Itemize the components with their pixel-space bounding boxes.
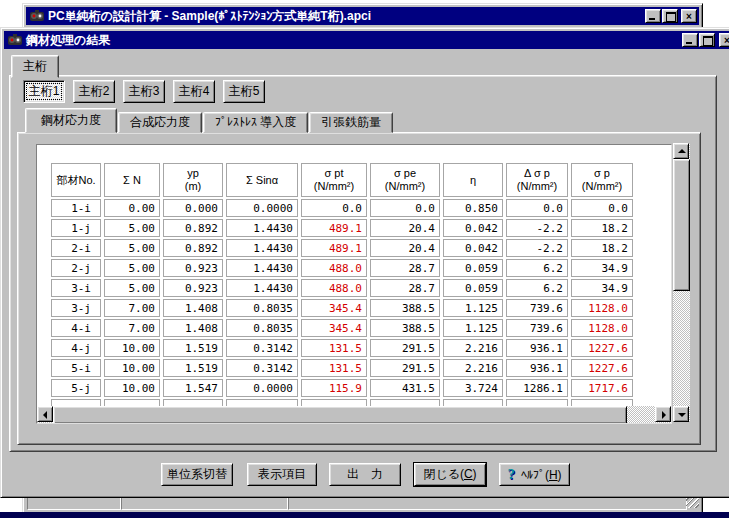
tab-result-1[interactable]: 鋼材応力度: [25, 108, 117, 133]
value-cell: 1.4430: [226, 239, 298, 257]
member-no-cell: 3-i: [51, 279, 101, 297]
value-cell: 1286.1: [506, 379, 568, 397]
value-cell: 0.0000: [226, 199, 298, 217]
value-cell: 1227.6: [571, 339, 633, 357]
dialog-title: 鋼材処理の結果: [26, 32, 110, 49]
table-row: 1-i0.000.0000.00000.00.00.8500.00.0: [51, 199, 633, 217]
unit-switch-button[interactable]: 単位系切替: [161, 463, 233, 486]
value-cell: 1.519: [163, 359, 223, 377]
value-cell: -2.2: [506, 219, 568, 237]
dialog-maximize-button[interactable]: [699, 33, 715, 47]
output-label: 出 力: [347, 466, 383, 483]
close-icon: ×: [686, 11, 692, 22]
value-cell: 1.125: [443, 299, 503, 317]
value-cell: 0.0: [301, 199, 367, 217]
value-cell: 6.2: [506, 279, 568, 297]
maximize-icon: [703, 36, 713, 46]
value-cell: 1227.6: [571, 359, 633, 377]
horizontal-scrollbar[interactable]: [37, 406, 671, 423]
value-cell: 489.1: [301, 239, 367, 257]
arrow-right-icon: [662, 411, 666, 419]
close-button[interactable]: ×: [681, 9, 697, 23]
tab-result-4[interactable]: 引張鉄筋量: [309, 112, 393, 133]
value-cell: 1128.0: [571, 299, 633, 317]
column-header: Σ N: [104, 163, 160, 197]
dialog-close-button[interactable]: ×: [719, 33, 729, 47]
scroll-right-button[interactable]: [655, 406, 671, 422]
column-header: Σ Sinα: [226, 163, 298, 197]
value-cell: 388.5: [370, 319, 440, 337]
value-cell: 3.724: [443, 379, 503, 397]
scroll-up-button[interactable]: [673, 143, 689, 159]
maximize-icon: [666, 12, 676, 22]
girder-button-1[interactable]: 主桁1: [23, 80, 65, 103]
value-cell: 115.9: [301, 379, 367, 397]
vertical-scrollbar-thumb[interactable]: [673, 159, 690, 291]
close-dialog-button[interactable]: 閉じる(C): [414, 463, 486, 486]
value-cell: 1.4430: [226, 259, 298, 277]
member-no-cell: 5-j: [51, 379, 101, 397]
vertical-scrollbar[interactable]: [673, 143, 690, 422]
table-row: 1-j5.000.8921.4430489.120.40.042-2.218.2: [51, 219, 633, 237]
value-cell: 0.042: [443, 219, 503, 237]
value-cell: 0.042: [443, 239, 503, 257]
girder-button-row: 主桁1主桁2主桁3主桁4主桁5: [23, 80, 265, 103]
display-items-button[interactable]: 表示項目: [247, 463, 317, 486]
value-cell: 1.125: [443, 319, 503, 337]
column-header: η: [443, 163, 503, 197]
value-cell: 345.4: [301, 299, 367, 317]
dialog-icon: [7, 33, 23, 47]
value-cell: 739.6: [506, 319, 568, 337]
value-cell: 291.5: [370, 339, 440, 357]
girder-button-3[interactable]: 主桁3: [123, 80, 165, 103]
value-cell: 1128.0: [571, 319, 633, 337]
minimize-icon: [649, 18, 655, 20]
girder-button-4[interactable]: 主桁4: [173, 80, 215, 103]
tab-result-2[interactable]: 合成応力度: [118, 112, 202, 133]
minimize-button[interactable]: [645, 9, 661, 23]
girder-button-2[interactable]: 主桁2: [73, 80, 115, 103]
dialog-minimize-button[interactable]: [682, 33, 698, 47]
value-cell: 1.4430: [226, 279, 298, 297]
tab-result-3[interactable]: ﾌﾟﾚｽﾄﾚｽ 導入度: [203, 112, 308, 133]
member-no-cell: 4-j: [51, 339, 101, 357]
display-items-label: 表示項目: [258, 466, 306, 483]
member-no-cell: 2-i: [51, 239, 101, 257]
column-header: Δ σ p (N/mm²): [506, 163, 568, 197]
tab-girder[interactable]: 主桁: [11, 55, 59, 78]
value-cell: 0.923: [163, 259, 223, 277]
value-cell: 7.00: [104, 319, 160, 337]
table-row: 3-i5.000.9231.4430488.028.70.0596.234.9: [51, 279, 633, 297]
value-cell: 739.6: [506, 299, 568, 317]
value-cell: 0.8035: [226, 319, 298, 337]
value-cell: 0.892: [163, 239, 223, 257]
value-cell: 20.4: [370, 239, 440, 257]
value-cell: 34.9: [571, 259, 633, 277]
table-row: 2-i5.000.8921.4430489.120.40.042-2.218.2: [51, 239, 633, 257]
value-cell: 10.00: [104, 339, 160, 357]
value-cell: 0.059: [443, 279, 503, 297]
value-cell: 1.519: [163, 339, 223, 357]
value-cell: 0.00: [104, 199, 160, 217]
maximize-button[interactable]: [662, 9, 678, 23]
value-cell: -2.2: [506, 239, 568, 257]
arrow-left-icon: [43, 411, 47, 419]
value-cell: 488.0: [301, 259, 367, 277]
table-row: 2-j5.000.9231.4430488.028.70.0596.234.9: [51, 259, 633, 277]
value-cell: 131.5: [301, 339, 367, 357]
output-button[interactable]: 出 力: [329, 463, 401, 486]
scroll-down-button[interactable]: [673, 406, 689, 422]
girder-button-5[interactable]: 主桁5: [223, 80, 265, 103]
value-cell: 1.547: [163, 379, 223, 397]
value-cell: 5.00: [104, 239, 160, 257]
scroll-left-button[interactable]: [37, 406, 53, 422]
help-button[interactable]: ? ﾍﾙﾌﾟ(H): [499, 463, 570, 486]
value-cell: 20.4: [370, 219, 440, 237]
table-row: 5-j10.001.5470.0000115.9431.53.7241286.1…: [51, 379, 633, 397]
column-header: σ pt (N/mm²): [301, 163, 367, 197]
value-cell: 28.7: [370, 279, 440, 297]
value-cell: 7.00: [104, 299, 160, 317]
horizontal-scrollbar-thumb[interactable]: [53, 406, 627, 424]
value-cell: 28.7: [370, 259, 440, 277]
value-cell: 0.000: [163, 199, 223, 217]
